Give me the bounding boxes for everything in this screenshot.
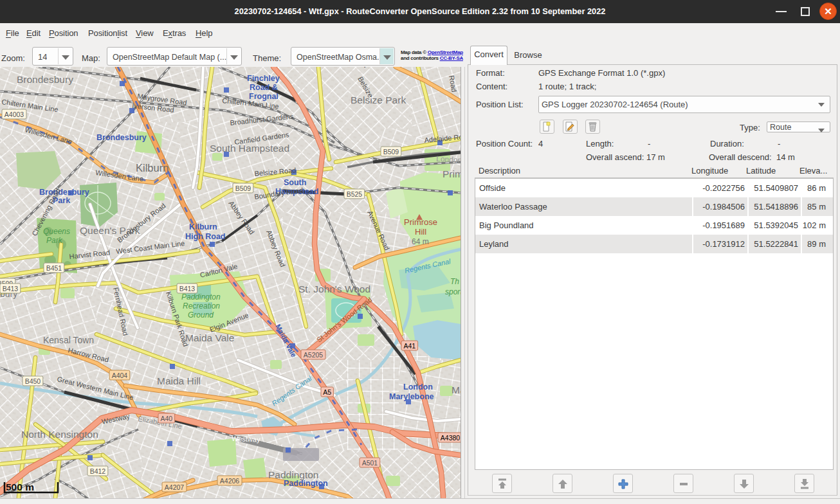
svg-text:Hill: Hill [415,227,426,237]
svg-text:Westway: Westway [232,435,260,444]
svg-text:Brondesbury: Brondesbury [96,133,147,142]
svg-text:St. John's Wood: St. John's Wood [298,284,370,294]
svg-text:A41: A41 [403,342,415,350]
svg-text:500 m: 500 m [6,482,34,492]
svg-text:A4380: A4380 [441,434,461,442]
svg-text:North Kensington: North Kensington [21,429,98,440]
svg-text:Park: Park [46,236,63,245]
svg-text:B509: B509 [383,148,399,156]
svg-text:High Road: High Road [185,232,226,241]
svg-text:B450: B450 [25,377,41,385]
svg-text:A5205: A5205 [304,351,324,359]
svg-text:A4207: A4207 [165,483,185,491]
svg-text:B451: B451 [46,264,62,272]
svg-text:Kilburn: Kilburn [189,222,217,231]
svg-text:A4003: A4003 [5,111,24,118]
svg-text:A5: A5 [323,388,331,396]
svg-text:B525: B525 [347,190,363,198]
svg-text:A4206: A4206 [220,477,240,485]
svg-text:Brondesbury: Brondesbury [39,188,89,197]
svg-text:B413: B413 [179,285,196,292]
svg-text:Maida Hill: Maida Hill [157,375,201,386]
svg-text:London O: London O [436,154,461,165]
svg-text:sport: sport [445,287,461,296]
svg-text:Th: Th [450,277,459,286]
svg-text:South: South [284,178,306,187]
svg-text:B413: B413 [3,285,19,292]
svg-text:Finchley: Finchley [247,74,280,83]
svg-text:Ground: Ground [188,310,214,320]
svg-text:Recreation: Recreation [183,302,220,310]
svg-text:Ma: Ma [452,384,461,395]
svg-text:Belsize Park: Belsize Park [351,94,406,105]
svg-text:Queens: Queens [43,227,70,236]
svg-text:Prim: Prim [443,168,461,179]
svg-text:Paddington: Paddington [181,292,221,302]
svg-text:Brondesbury: Brondesbury [17,74,73,85]
svg-text:Marylebone: Marylebone [389,392,434,401]
svg-text:Road &: Road & [250,83,278,92]
svg-text:Paddington: Paddington [284,479,328,488]
svg-text:A501: A501 [362,459,378,467]
svg-text:Maida Vale: Maida Vale [185,332,234,343]
svg-text:London: London [403,382,433,392]
svg-text:64 m: 64 m [412,237,429,246]
svg-text:Kilburn: Kilburn [136,162,169,174]
svg-text:A404: A404 [112,372,128,379]
svg-text:B509: B509 [235,184,251,192]
svg-text:Kensal Town: Kensal Town [43,335,94,345]
svg-text:B412: B412 [90,467,106,475]
svg-text:A40: A40 [160,415,172,422]
svg-text:South Hampstead: South Hampstead [210,143,289,154]
